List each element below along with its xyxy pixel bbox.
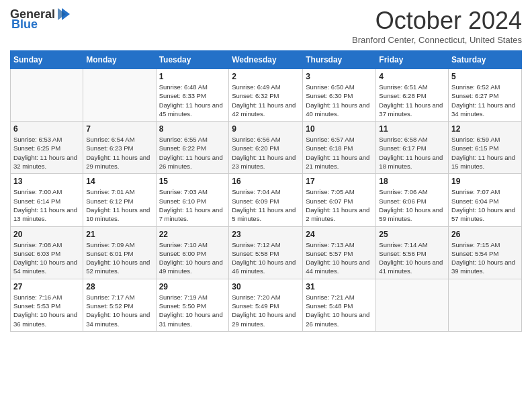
day-info: Sunrise: 7:10 AM Sunset: 6:00 PM Dayligh… [159,240,226,276]
calendar-cell: 25Sunrise: 7:14 AM Sunset: 5:56 PM Dayli… [376,226,449,279]
calendar-cell: 30Sunrise: 7:20 AM Sunset: 5:49 PM Dayli… [229,279,303,331]
calendar-cell [449,279,522,331]
calendar-cell [376,279,449,331]
col-tuesday: Tuesday [156,51,229,69]
calendar-cell: 31Sunrise: 7:21 AM Sunset: 5:48 PM Dayli… [303,279,376,331]
header: General Blue October 2024 Branford Cente… [10,7,522,45]
day-info: Sunrise: 7:00 AM Sunset: 6:14 PM Dayligh… [13,187,80,223]
logo: General Blue [10,7,73,32]
calendar-cell: 5Sunrise: 6:52 AM Sunset: 6:27 PM Daylig… [449,69,522,122]
day-info: Sunrise: 7:19 AM Sunset: 5:50 PM Dayligh… [159,293,226,328]
calendar-cell: 7Sunrise: 6:54 AM Sunset: 6:23 PM Daylig… [83,122,156,174]
day-info: Sunrise: 7:05 AM Sunset: 6:07 PM Dayligh… [306,187,373,223]
logo-blue: Blue [11,17,38,32]
day-info: Sunrise: 6:51 AM Sunset: 6:28 PM Dayligh… [379,83,445,118]
calendar-cell: 20Sunrise: 7:08 AM Sunset: 6:03 PM Dayli… [11,226,83,279]
day-number: 15 [159,177,226,186]
day-number: 16 [232,177,300,186]
day-number: 2 [232,72,300,81]
day-number: 14 [86,177,152,186]
calendar-week-row: 27Sunrise: 7:16 AM Sunset: 5:53 PM Dayli… [11,279,522,331]
day-info: Sunrise: 6:49 AM Sunset: 6:32 PM Dayligh… [232,83,300,118]
calendar-cell: 19Sunrise: 7:07 AM Sunset: 6:04 PM Dayli… [449,174,522,226]
day-number: 9 [232,124,300,134]
calendar-week-row: 1Sunrise: 6:48 AM Sunset: 6:33 PM Daylig… [11,69,522,122]
calendar-cell: 4Sunrise: 6:51 AM Sunset: 6:28 PM Daylig… [376,69,449,122]
col-thursday: Thursday [303,51,376,69]
calendar-cell: 23Sunrise: 7:12 AM Sunset: 5:58 PM Dayli… [229,226,303,279]
day-info: Sunrise: 6:50 AM Sunset: 6:30 PM Dayligh… [306,83,373,118]
day-number: 21 [86,230,152,239]
day-number: 10 [306,124,373,134]
day-number: 27 [13,282,80,291]
day-number: 8 [159,124,226,134]
day-info: Sunrise: 7:15 AM Sunset: 5:54 PM Dayligh… [451,240,519,276]
calendar-cell: 11Sunrise: 6:58 AM Sunset: 6:17 PM Dayli… [376,122,449,174]
day-info: Sunrise: 6:53 AM Sunset: 6:25 PM Dayligh… [13,135,80,171]
day-number: 20 [13,230,80,239]
title-section: October 2024 Branford Center, Connecticu… [352,7,522,45]
day-info: Sunrise: 6:52 AM Sunset: 6:27 PM Dayligh… [451,83,519,118]
day-number: 24 [306,230,373,239]
day-number: 11 [379,124,445,134]
calendar-cell: 12Sunrise: 6:59 AM Sunset: 6:15 PM Dayli… [449,122,522,174]
day-info: Sunrise: 7:16 AM Sunset: 5:53 PM Dayligh… [13,293,80,328]
day-number: 28 [86,282,152,291]
day-number: 6 [13,124,80,134]
calendar-cell: 16Sunrise: 7:04 AM Sunset: 6:09 PM Dayli… [229,174,303,226]
day-info: Sunrise: 6:58 AM Sunset: 6:17 PM Dayligh… [379,135,445,171]
day-number: 18 [379,177,445,186]
calendar-cell: 3Sunrise: 6:50 AM Sunset: 6:30 PM Daylig… [303,69,376,122]
day-info: Sunrise: 6:57 AM Sunset: 6:18 PM Dayligh… [306,135,373,171]
day-info: Sunrise: 7:13 AM Sunset: 5:57 PM Dayligh… [306,240,373,276]
day-number: 1 [159,72,226,81]
day-number: 25 [379,230,445,239]
col-friday: Friday [376,51,449,69]
day-number: 3 [306,72,373,81]
day-info: Sunrise: 6:54 AM Sunset: 6:23 PM Dayligh… [86,135,152,171]
day-number: 29 [159,282,226,291]
calendar-cell: 1Sunrise: 6:48 AM Sunset: 6:33 PM Daylig… [156,69,229,122]
month-title: October 2024 [352,7,522,35]
day-number: 7 [86,124,152,134]
day-number: 31 [306,282,373,291]
calendar-cell: 26Sunrise: 7:15 AM Sunset: 5:54 PM Dayli… [449,226,522,279]
day-number: 12 [451,124,519,134]
calendar-cell: 24Sunrise: 7:13 AM Sunset: 5:57 PM Dayli… [303,226,376,279]
calendar-table: Sunday Monday Tuesday Wednesday Thursday… [10,50,522,332]
calendar-cell: 29Sunrise: 7:19 AM Sunset: 5:50 PM Dayli… [156,279,229,331]
col-wednesday: Wednesday [229,51,303,69]
calendar-cell: 8Sunrise: 6:55 AM Sunset: 6:22 PM Daylig… [156,122,229,174]
calendar-cell: 13Sunrise: 7:00 AM Sunset: 6:14 PM Dayli… [11,174,83,226]
calendar-cell: 28Sunrise: 7:17 AM Sunset: 5:52 PM Dayli… [83,279,156,331]
logo-icon [56,7,71,21]
day-info: Sunrise: 7:04 AM Sunset: 6:09 PM Dayligh… [232,187,300,223]
day-number: 22 [159,230,226,239]
col-monday: Monday [83,51,156,69]
day-number: 17 [306,177,373,186]
day-info: Sunrise: 7:21 AM Sunset: 5:48 PM Dayligh… [306,293,373,328]
day-info: Sunrise: 6:56 AM Sunset: 6:20 PM Dayligh… [232,135,300,171]
calendar-cell: 17Sunrise: 7:05 AM Sunset: 6:07 PM Dayli… [303,174,376,226]
calendar-cell: 2Sunrise: 6:49 AM Sunset: 6:32 PM Daylig… [229,69,303,122]
day-info: Sunrise: 6:48 AM Sunset: 6:33 PM Dayligh… [159,83,226,118]
day-info: Sunrise: 6:59 AM Sunset: 6:15 PM Dayligh… [451,135,519,171]
day-info: Sunrise: 7:03 AM Sunset: 6:10 PM Dayligh… [159,187,226,223]
day-info: Sunrise: 7:09 AM Sunset: 6:01 PM Dayligh… [86,240,152,276]
calendar-cell [11,69,83,122]
calendar-cell: 22Sunrise: 7:10 AM Sunset: 6:00 PM Dayli… [156,226,229,279]
calendar-cell: 6Sunrise: 6:53 AM Sunset: 6:25 PM Daylig… [11,122,83,174]
col-sunday: Sunday [11,51,83,69]
page: General Blue October 2024 Branford Cente… [0,0,532,338]
day-number: 13 [13,177,80,186]
calendar-cell: 27Sunrise: 7:16 AM Sunset: 5:53 PM Dayli… [11,279,83,331]
calendar-week-row: 6Sunrise: 6:53 AM Sunset: 6:25 PM Daylig… [11,122,522,174]
calendar-cell: 14Sunrise: 7:01 AM Sunset: 6:12 PM Dayli… [83,174,156,226]
day-number: 23 [232,230,300,239]
calendar-header-row: Sunday Monday Tuesday Wednesday Thursday… [11,51,522,69]
day-number: 26 [451,230,519,239]
day-number: 30 [232,282,300,291]
calendar-cell: 10Sunrise: 6:57 AM Sunset: 6:18 PM Dayli… [303,122,376,174]
day-number: 5 [451,72,519,81]
day-info: Sunrise: 6:55 AM Sunset: 6:22 PM Dayligh… [159,135,226,171]
